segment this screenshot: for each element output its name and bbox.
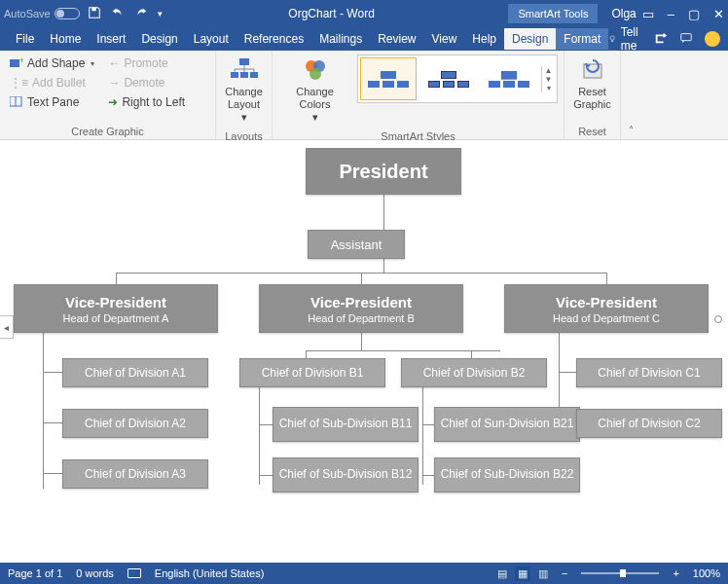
share-icon[interactable] — [654, 31, 668, 48]
tab-references[interactable]: References — [237, 28, 311, 50]
web-layout-icon[interactable]: ▥ — [538, 567, 548, 580]
ribbon-group-smartart-styles: Change Colors▾ ▲ ▼ ▾ SmartArt Styles — [273, 51, 564, 139]
ribbon-group-create-graphic: + Add Shape▾ ⋮≡ Add Bullet Text Pane ← P… — [0, 51, 216, 139]
org-box-vp-a[interactable]: Vice-PresidentHead of Department A — [14, 284, 218, 333]
read-mode-icon[interactable]: ▤ — [497, 567, 507, 580]
org-box-vp-c[interactable]: Vice-PresidentHead of Department C — [504, 284, 709, 333]
smiley-icon[interactable] — [705, 31, 720, 47]
tab-layout[interactable]: Layout — [186, 28, 237, 50]
zoom-level[interactable]: 100% — [693, 567, 720, 579]
demote-button[interactable]: → Demote — [104, 74, 189, 91]
gallery-up-icon[interactable]: ▲ — [542, 66, 555, 75]
org-box-b11[interactable]: Chief of Sub-Division B11 — [273, 407, 419, 442]
layout-icon — [231, 58, 258, 84]
tab-mailings[interactable]: Mailings — [311, 28, 370, 50]
style-thumb-1[interactable] — [360, 57, 417, 100]
change-colors-button[interactable]: Change Colors▾ — [278, 55, 351, 128]
zoom-slider[interactable] — [581, 572, 659, 574]
org-box-b12[interactable]: Chief of Sub-Division B12 — [273, 457, 419, 493]
connector-line — [259, 424, 273, 425]
style-thumb-3[interactable] — [481, 57, 537, 100]
view-buttons: ▤ ▦ ▥ — [497, 566, 548, 581]
connector-line — [43, 473, 62, 474]
add-bullet-button[interactable]: ⋮≡ Add Bullet — [6, 74, 98, 91]
close-icon[interactable]: ✕ — [713, 7, 724, 21]
promote-button[interactable]: ← Promote — [104, 55, 189, 72]
svg-rect-9 — [240, 72, 248, 78]
tab-view[interactable]: View — [424, 28, 465, 50]
svg-point-1 — [610, 36, 614, 40]
tab-design[interactable]: Design — [133, 28, 185, 50]
org-box-c2[interactable]: Chief of Division C2 — [576, 409, 722, 438]
styles-gallery: ▲ ▼ ▾ — [357, 55, 558, 103]
window-controls: ▭ – ▢ ✕ — [642, 7, 724, 21]
tell-me-label: Tell me — [621, 25, 646, 53]
zoom-out-button[interactable]: − — [562, 567, 567, 579]
org-box-a1[interactable]: Chief of Division A1 — [62, 358, 208, 387]
tab-smartart-design[interactable]: Design — [504, 28, 556, 50]
text-pane-button[interactable]: Text Pane — [6, 93, 98, 111]
lightbulb-icon — [608, 33, 616, 45]
minimize-icon[interactable]: – — [668, 7, 674, 21]
add-shape-button[interactable]: + Add Shape▾ — [6, 55, 98, 72]
tell-me-search[interactable]: Tell me — [608, 25, 646, 53]
user-name[interactable]: Olga — [611, 7, 636, 20]
redo-icon[interactable] — [134, 6, 148, 22]
org-box-b21[interactable]: Chief of Sun-Division B21 — [434, 407, 580, 442]
tab-insert[interactable]: Insert — [89, 28, 133, 50]
gallery-more-icon[interactable]: ▾ — [542, 84, 555, 92]
org-box-president[interactable]: President — [306, 148, 461, 195]
org-box-a3[interactable]: Chief of Division A3 — [62, 459, 208, 489]
org-box-b22[interactable]: Chief of Sub-Division B22 — [434, 457, 580, 493]
org-box-b1[interactable]: Chief of Division B1 — [239, 358, 385, 387]
demote-arrow-icon: → — [108, 76, 120, 90]
toggle-off-icon — [55, 8, 80, 19]
document-area[interactable]: ◂ President Assistant Vice-PresidentHea — [0, 140, 728, 563]
connector-line — [43, 422, 62, 423]
proofing-icon[interactable] — [127, 568, 141, 578]
autosave-label: AutoSave — [4, 8, 51, 19]
promote-arrow-icon: ← — [108, 56, 120, 70]
right-to-left-button[interactable]: ➜ Right to Left — [104, 93, 189, 111]
print-layout-icon[interactable]: ▦ — [515, 566, 530, 581]
autosave-toggle[interactable]: AutoSave — [4, 8, 80, 19]
tab-home[interactable]: Home — [42, 28, 89, 50]
connector-line — [116, 273, 117, 284]
titlebar: AutoSave ▾ OrgChart - Word SmartArt Tool… — [0, 0, 728, 27]
tab-help[interactable]: Help — [464, 28, 504, 50]
tab-smartart-format[interactable]: Format — [556, 28, 608, 50]
style-thumb-2[interactable] — [420, 57, 477, 100]
org-chart[interactable]: President Assistant Vice-PresidentHead o… — [14, 148, 716, 555]
maximize-icon[interactable]: ▢ — [688, 7, 700, 21]
status-words[interactable]: 0 words — [76, 567, 114, 579]
text-pane-icon — [10, 96, 23, 108]
ribbon-display-icon[interactable]: ▭ — [642, 7, 654, 21]
status-language[interactable]: English (United States) — [155, 567, 265, 579]
save-icon[interactable] — [88, 6, 101, 22]
org-box-c1[interactable]: Chief of Division C1 — [576, 358, 722, 387]
reset-graphic-button[interactable]: Reset Graphic — [567, 55, 617, 115]
comments-icon[interactable] — [679, 31, 693, 48]
change-layout-button[interactable]: Change Layout▾ — [219, 55, 269, 128]
undo-icon[interactable] — [111, 6, 125, 22]
tab-review[interactable]: Review — [370, 28, 423, 50]
ribbon-group-layouts: Change Layout▾ Layouts — [216, 51, 273, 139]
org-box-assistant[interactable]: Assistant — [308, 230, 405, 259]
gallery-scroll: ▲ ▼ ▾ — [541, 66, 555, 92]
org-box-a2[interactable]: Chief of Division A2 — [62, 409, 208, 438]
connector-line — [259, 475, 273, 476]
zoom-in-button[interactable]: + — [673, 567, 678, 579]
status-page[interactable]: Page 1 of 1 — [8, 567, 62, 579]
org-box-b2[interactable]: Chief of Division B2 — [401, 358, 547, 387]
connector-line — [422, 387, 423, 485]
gallery-down-icon[interactable]: ▼ — [542, 75, 555, 84]
group-label-create-graphic: Create Graphic — [6, 124, 209, 137]
org-box-vp-b[interactable]: Vice-PresidentHead of Department B — [259, 284, 463, 333]
collapse-ribbon-icon[interactable]: ˄ — [621, 51, 640, 139]
svg-rect-2 — [681, 33, 692, 40]
svg-rect-10 — [250, 72, 258, 78]
svg-text:+: + — [19, 57, 23, 65]
svg-rect-3 — [10, 59, 19, 67]
text-pane-toggle-icon[interactable]: ◂ — [0, 315, 14, 339]
tab-file[interactable]: File — [8, 28, 42, 50]
